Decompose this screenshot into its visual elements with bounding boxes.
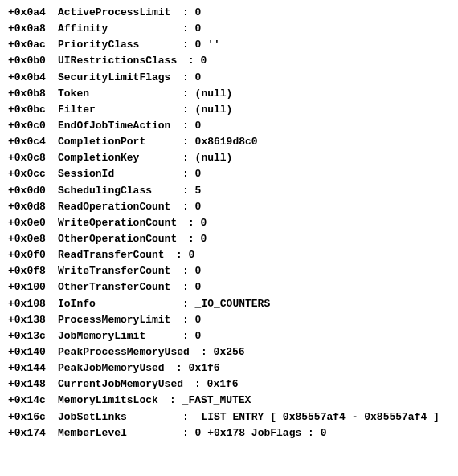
- field-offset: +0x0a4: [8, 5, 58, 21]
- field-name: JobMemoryLimit: [58, 328, 182, 344]
- field-offset: +0x0d0: [8, 183, 58, 199]
- field-offset: +0x0a8: [8, 21, 58, 37]
- field-name: MemoryLimitsLock: [58, 393, 170, 409]
- field-offset: +0x144: [8, 360, 58, 376]
- field-name: IoInfo: [58, 296, 182, 312]
- field-name: ReadTransferCount: [58, 247, 176, 263]
- separator: :: [182, 6, 195, 18]
- struct-field-row: +0x14cMemoryLimitsLock: _FAST_MUTEX: [8, 393, 450, 409]
- field-offset: +0x0b0: [8, 53, 58, 69]
- field-value: _LIST_ENTRY [ 0x85557af4 - 0x85557af4 ]: [195, 411, 440, 423]
- field-value: 0: [195, 281, 202, 293]
- field-name: OtherOperationCount: [58, 231, 188, 247]
- field-offset: +0x0b8: [8, 86, 58, 102]
- separator: :: [182, 281, 195, 293]
- field-value: 0: [195, 314, 202, 326]
- field-offset: +0x0c0: [8, 118, 58, 134]
- field-value: 0: [195, 201, 202, 213]
- separator: :: [194, 378, 207, 390]
- field-offset: +0x13c: [8, 328, 58, 344]
- field-name: OtherTransferCount: [58, 279, 182, 295]
- separator: :: [188, 55, 201, 67]
- field-name: MemberLevel: [58, 425, 182, 441]
- struct-field-row: +0x138ProcessMemoryLimit: 0: [8, 312, 450, 328]
- field-offset: +0x138: [8, 312, 58, 328]
- field-extra: +0x178 JobFlags : 0: [201, 427, 326, 439]
- field-name: PriorityClass: [58, 37, 182, 53]
- field-name: Affinity: [58, 21, 182, 37]
- field-name: ProcessMemoryLimit: [58, 312, 182, 328]
- field-offset: +0x140: [8, 344, 58, 360]
- separator: :: [182, 201, 195, 213]
- struct-field-row: +0x0f8WriteTransferCount: 0: [8, 263, 450, 279]
- field-value: 0x1f6: [207, 378, 239, 390]
- separator: :: [176, 249, 189, 261]
- struct-field-row: +0x0c0EndOfJobTimeAction: 0: [8, 118, 450, 134]
- separator: :: [182, 185, 195, 197]
- field-offset: +0x0cc: [8, 166, 58, 182]
- separator: :: [182, 87, 195, 100]
- field-offset: +0x0c4: [8, 134, 58, 150]
- separator: :: [182, 104, 195, 116]
- struct-field-row: +0x0e8OtherOperationCount: 0: [8, 231, 450, 247]
- struct-field-row: +0x0bcFilter: (null): [8, 102, 450, 118]
- field-value: 0x8619d8c0: [195, 136, 258, 148]
- field-name: WriteOperationCount: [58, 215, 188, 231]
- field-offset: +0x16c: [8, 409, 58, 425]
- field-value: _FAST_MUTEX: [182, 394, 251, 406]
- field-name: ActiveProcessLimit: [58, 5, 182, 21]
- field-value: 0: [201, 55, 207, 67]
- struct-dump-output: +0x0a4ActiveProcessLimit: 0+0x0a8Affinit…: [8, 5, 450, 441]
- field-name: SessionId: [58, 166, 182, 182]
- separator: :: [182, 120, 195, 132]
- field-value: 0x1f6: [189, 362, 220, 374]
- field-value: 0: [201, 217, 207, 229]
- field-offset: +0x0e8: [8, 231, 58, 247]
- field-value: 0 '': [195, 39, 220, 51]
- struct-field-row: +0x16cJobSetLinks: _LIST_ENTRY [ 0x85557…: [8, 409, 450, 425]
- separator: :: [182, 168, 195, 180]
- separator: :: [182, 152, 195, 164]
- field-offset: +0x14c: [8, 393, 58, 409]
- separator: :: [182, 330, 195, 342]
- separator: :: [182, 71, 195, 83]
- struct-field-row: +0x0acPriorityClass: 0 '': [8, 37, 450, 53]
- field-value: (null): [195, 104, 233, 116]
- separator: :: [182, 411, 195, 423]
- separator: :: [182, 427, 195, 439]
- field-name: CompletionPort: [58, 134, 182, 150]
- struct-field-row: +0x108IoInfo: _IO_COUNTERS: [8, 296, 450, 312]
- struct-field-row: +0x13cJobMemoryLimit: 0: [8, 328, 450, 344]
- separator: :: [188, 217, 201, 229]
- field-value: 0: [195, 22, 202, 35]
- field-name: CurrentJobMemoryUsed: [58, 376, 194, 393]
- field-name: ReadOperationCount: [58, 199, 182, 215]
- struct-field-row: +0x0a4ActiveProcessLimit: 0: [8, 5, 450, 21]
- separator: :: [182, 22, 195, 35]
- field-name: UIRestrictionsClass: [58, 53, 188, 69]
- struct-field-row: +0x100OtherTransferCount: 0: [8, 279, 450, 295]
- field-name: CompletionKey: [58, 150, 182, 166]
- field-value: _IO_COUNTERS: [195, 298, 271, 310]
- separator: :: [176, 362, 189, 374]
- struct-field-row: +0x0b0UIRestrictionsClass: 0: [8, 53, 450, 69]
- field-value: (null): [195, 152, 233, 164]
- field-offset: +0x0e0: [8, 215, 58, 231]
- field-offset: +0x0d8: [8, 199, 58, 215]
- field-offset: +0x0b4: [8, 70, 58, 86]
- struct-field-row: +0x0d0SchedulingClass: 5: [8, 183, 450, 199]
- struct-field-row: +0x0c8CompletionKey: (null): [8, 150, 450, 166]
- struct-field-row: +0x148CurrentJobMemoryUsed: 0x1f6: [8, 376, 450, 393]
- field-value: (null): [195, 87, 233, 100]
- field-offset: +0x0f0: [8, 247, 58, 263]
- field-offset: +0x108: [8, 296, 58, 312]
- struct-field-row: +0x0e0WriteOperationCount: 0: [8, 215, 450, 231]
- struct-field-row: +0x0d8ReadOperationCount: 0: [8, 199, 450, 215]
- field-offset: +0x0ac: [8, 37, 58, 53]
- field-value: 0: [195, 330, 202, 342]
- field-value: 0: [195, 71, 202, 83]
- separator: :: [201, 346, 214, 358]
- field-offset: +0x148: [8, 376, 58, 393]
- struct-field-row: +0x0b8Token: (null): [8, 86, 450, 102]
- field-name: Filter: [58, 102, 182, 118]
